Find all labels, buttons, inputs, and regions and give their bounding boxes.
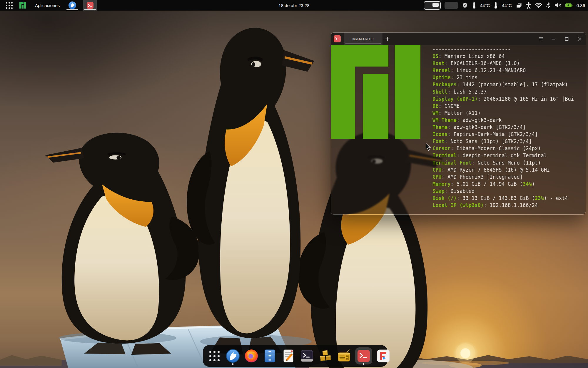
temperature-2: 44°C <box>502 3 512 8</box>
terminal-line: DE: GNOME <box>432 102 584 110</box>
terminal-app-icon <box>334 35 341 42</box>
dock-console[interactable] <box>300 347 314 364</box>
terminal-line: Shell: bash 5.2.37 <box>432 88 584 95</box>
terminal-line: Cursor: Bibata-Modern-Classic (24px) <box>432 145 584 152</box>
minimize-button[interactable] <box>550 36 557 42</box>
terminal-line: -------------------------- <box>432 46 584 53</box>
dock-radio-app[interactable] <box>337 347 351 364</box>
text-editor-icon <box>282 349 295 363</box>
layers-icon[interactable] <box>516 2 522 9</box>
dock-freetube[interactable] <box>376 347 391 364</box>
gnome-web-icon <box>226 349 240 363</box>
bluetooth-icon[interactable] <box>546 2 550 9</box>
terminal-line: Theme: adw-gtk3-dark [GTK2/3/4] <box>432 124 584 131</box>
system-tray: 44°C 44°C 0:36 <box>424 0 585 11</box>
top-bar: Aplicaciones 18 de abr 23:28 <box>0 0 588 11</box>
battery-charging-icon[interactable] <box>565 3 573 8</box>
taskbar-gnome-web[interactable] <box>66 0 79 11</box>
dock <box>203 345 387 367</box>
temperature-1: 44°C <box>480 3 490 8</box>
terminal-line: Font: Noto Sans (11pt) [GTK2/3/4] <box>432 138 584 145</box>
terminal-output: --------------------------OS: Manjaro Li… <box>432 46 584 214</box>
tab-title: MANJARO <box>352 37 374 41</box>
battery-time: 0:36 <box>577 3 585 8</box>
mountains-left <box>0 355 62 366</box>
terminal-line: WM: Mutter (X11) <box>432 110 584 117</box>
manjaro-logo-icon[interactable] <box>19 2 26 9</box>
running-indicator <box>66 9 78 10</box>
dock-app-grid[interactable] <box>207 347 222 364</box>
wifi-icon[interactable] <box>535 2 542 8</box>
terminal-line: CPU: AMD Ryzen 7 8845HS (16) @ 5.14 GHz <box>432 166 584 173</box>
dock-package-manager[interactable] <box>318 347 333 364</box>
terminal-line: Local IP (wlp2s0): 192.168.1.166/24 <box>432 202 584 209</box>
applications-menu[interactable]: Aplicaciones <box>33 3 61 8</box>
terminal-line: Disk (/): 33.13 GiB / 143.83 GiB (23%) -… <box>432 195 584 202</box>
maximize-button[interactable] <box>563 36 570 42</box>
app-grid-icon <box>209 351 220 361</box>
dock-text-editor[interactable] <box>281 347 296 364</box>
shield-check-icon[interactable] <box>462 2 468 9</box>
terminal-line: Terminal: deepin-terminal-gtk Terminal <box>432 152 584 159</box>
terminal-line: Packages: 1442 (pacman)[stable], 17 (fla… <box>432 81 584 88</box>
new-tab-button[interactable] <box>382 33 392 45</box>
terminal-line: Swap: Disabled <box>432 188 584 195</box>
dock-firefox[interactable] <box>244 347 259 364</box>
active-tab-indicator <box>345 44 381 44</box>
thermometer-icon-2[interactable] <box>494 2 498 9</box>
terminal-line: WM Theme: adw-gtk3-dark <box>432 117 584 124</box>
package-boxes-icon <box>319 349 332 363</box>
terminal-line: GPU: AMD Phoenix3 [Integrated] <box>432 173 584 180</box>
terminal-line: Icons: Papirus-Dark-Maia [GTK2/3/4] <box>432 131 584 138</box>
console-icon <box>300 349 314 363</box>
gnome-web-icon <box>68 1 76 9</box>
firefox-icon <box>244 349 258 363</box>
accessibility-icon[interactable] <box>526 2 531 9</box>
freetube-icon <box>377 349 390 363</box>
dock-gnome-web[interactable] <box>225 347 240 364</box>
running-dot <box>363 363 365 365</box>
display-toggle[interactable] <box>424 1 441 10</box>
close-button[interactable] <box>576 36 583 42</box>
terminal-line: Terminal Font: Noto Sans Mono (11pt) <box>432 159 584 166</box>
terminal-window: MANJARO <box>331 32 586 215</box>
menu-icon[interactable] <box>537 36 544 42</box>
keyboard-slider[interactable] <box>445 2 458 9</box>
volume-muted-icon[interactable] <box>554 2 561 8</box>
desktop: Aplicaciones 18 de abr 23:28 <box>0 0 588 368</box>
terminal-line: Display (eDP-1): 2048x1280 @ 165 Hz in 1… <box>432 95 584 102</box>
penguin-center <box>187 28 314 355</box>
taskbar-deepin-terminal[interactable] <box>83 0 97 11</box>
terminal-titlebar[interactable]: MANJARO <box>331 33 586 45</box>
mouse-cursor <box>426 143 433 151</box>
terminal-line: Uptime: 23 mins <box>432 74 584 81</box>
radio-icon <box>337 349 351 363</box>
running-indicator <box>84 9 96 10</box>
terminal-line: OS: Manjaro Linux x86_64 <box>432 53 584 60</box>
terminal-line: Memory: 5.01 GiB / 14.94 GiB (34%) <box>432 180 584 188</box>
sun <box>460 348 470 358</box>
activities-grid-icon[interactable] <box>4 0 14 11</box>
thermometer-icon-1[interactable] <box>472 2 476 9</box>
terminal-line: Host: EXCALIBUR-16-AMD8 (1.0) <box>432 60 584 67</box>
penguin-left <box>45 133 200 355</box>
deepin-terminal-icon <box>86 2 94 9</box>
terminal-tab[interactable]: MANJARO <box>344 33 382 45</box>
dock-files[interactable] <box>263 347 277 364</box>
dock-deepin-terminal[interactable] <box>355 347 372 364</box>
files-icon <box>263 349 276 363</box>
running-dot <box>232 363 234 365</box>
clock[interactable]: 18 de abr 23:28 <box>275 3 312 8</box>
terminal-content[interactable]: --------------------------OS: Manjaro Li… <box>331 45 586 214</box>
deepin-terminal-icon <box>357 349 370 363</box>
terminal-line: Kernel: Linux 6.12.21-4-MANJARO <box>432 67 584 74</box>
manjaro-ascii-logo <box>331 45 420 139</box>
